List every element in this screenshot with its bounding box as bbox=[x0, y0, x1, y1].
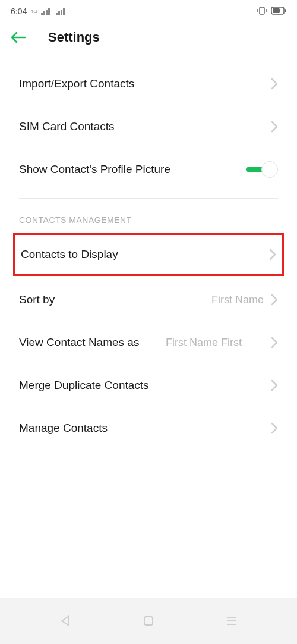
chevron-right-icon bbox=[271, 78, 278, 90]
nav-back-icon[interactable] bbox=[59, 614, 72, 627]
back-arrow-icon[interactable] bbox=[11, 32, 26, 43]
chevron-right-icon bbox=[269, 249, 276, 260]
item-label: SIM Card Contacts bbox=[19, 119, 271, 134]
toggle-switch[interactable] bbox=[246, 161, 278, 178]
svg-rect-4 bbox=[273, 8, 280, 13]
view-contact-names-as[interactable]: View Contact Names as First Name First bbox=[0, 321, 297, 364]
item-label: Contacts to Display bbox=[21, 247, 269, 262]
status-time: 6:04 bbox=[11, 7, 27, 16]
sim-card-contacts[interactable]: SIM Card Contacts bbox=[0, 105, 297, 148]
show-profile-picture[interactable]: Show Contact's Profile Picture bbox=[0, 148, 297, 191]
divider bbox=[11, 56, 286, 56]
item-value: First Name bbox=[211, 294, 264, 306]
signal-icon bbox=[41, 8, 50, 15]
item-label: View Contact Names as bbox=[19, 335, 144, 350]
status-bar: 6:04 4G bbox=[0, 0, 297, 23]
merge-duplicate-contacts[interactable]: Merge Duplicate Contacts bbox=[0, 364, 297, 407]
header-divider bbox=[37, 31, 37, 44]
nav-bar bbox=[0, 598, 297, 644]
svg-rect-0 bbox=[260, 7, 264, 14]
chevron-right-icon bbox=[271, 337, 278, 348]
item-label: Merge Duplicate Contacts bbox=[19, 378, 271, 393]
nav-recents-icon[interactable] bbox=[225, 614, 238, 627]
contacts-to-display[interactable]: Contacts to Display bbox=[13, 233, 284, 276]
item-label: Import/Export Contacts bbox=[19, 76, 271, 92]
signal-icon-2 bbox=[56, 8, 65, 15]
svg-rect-5 bbox=[285, 9, 286, 12]
sort-by[interactable]: Sort by First Name bbox=[0, 278, 297, 321]
section-header-contacts-management: CONTACTS MANAGEMENT bbox=[0, 199, 297, 231]
app-header: Settings bbox=[0, 23, 297, 56]
item-value: First Name First bbox=[166, 337, 242, 349]
svg-rect-6 bbox=[144, 617, 153, 625]
import-export-contacts[interactable]: Import/Export Contacts bbox=[0, 62, 297, 105]
item-label: Show Contact's Profile Picture bbox=[19, 162, 246, 177]
nav-home-icon[interactable] bbox=[142, 614, 155, 627]
divider bbox=[19, 457, 278, 457]
item-label: Sort by bbox=[19, 292, 211, 307]
chevron-right-icon bbox=[271, 422, 278, 434]
chevron-right-icon bbox=[271, 379, 278, 391]
battery-icon bbox=[271, 7, 286, 17]
manage-contacts[interactable]: Manage Contacts bbox=[0, 407, 297, 450]
page-title: Settings bbox=[48, 30, 100, 45]
chevron-right-icon bbox=[271, 121, 278, 133]
vibrate-icon bbox=[257, 7, 267, 17]
signal-4g-icon: 4G bbox=[30, 8, 37, 14]
item-label: Manage Contacts bbox=[19, 420, 271, 436]
chevron-right-icon bbox=[271, 294, 278, 306]
